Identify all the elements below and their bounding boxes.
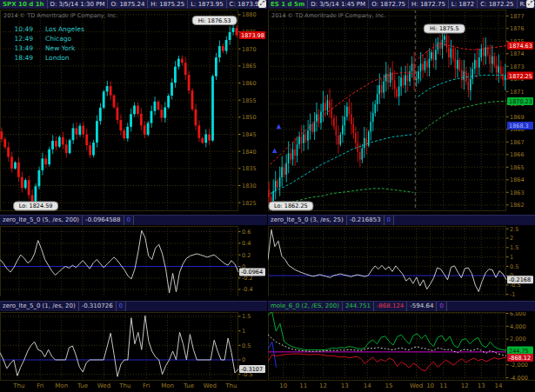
candle: [82, 126, 84, 135]
candle: [385, 74, 386, 82]
buy-arrow-marker: [277, 124, 282, 130]
candle: [218, 46, 221, 57]
high-field: H: 1875.25: [148, 0, 188, 9]
axis-tick-label: 4,000: [510, 322, 526, 329]
open-field: O: 1872.75: [369, 0, 409, 9]
candle: [477, 60, 478, 68]
zero-lte-plot: [0, 230, 238, 293]
candle: [208, 134, 211, 140]
study-label[interactable]: zero_lte_5_0 (5, /es, 200): [0, 216, 83, 225]
candle: [201, 138, 204, 143]
es-chart-header: ES 1 d 5m D: 3/5/14 1:45 PM O: 1872.75 H…: [268, 0, 535, 10]
candle: [359, 152, 360, 160]
zero-lte-plot: [0, 316, 238, 376]
maximize-icon[interactable]: ⤢: [258, 0, 266, 8]
spx-study2-chart-svg[interactable]: 1.510.50-0.5-0.3107: [0, 312, 267, 380]
candle: [204, 134, 207, 143]
time-axis-label: 10: [279, 382, 287, 389]
candle: [314, 122, 315, 132]
study-label[interactable]: zero_lte_5_0 (3, /es, 25): [268, 216, 347, 225]
axis-tick-label: 1866: [510, 151, 525, 158]
time-axis-label: Thu: [225, 382, 237, 389]
axis-tick-label: 1864: [510, 176, 525, 183]
candle: [89, 145, 91, 155]
candle: [481, 49, 482, 57]
axis-tick-label: 1: [242, 328, 245, 335]
study-value: -0.0964588: [83, 216, 124, 225]
es-price-chart-svg[interactable]: 1877187618751874187318721871187018691868…: [268, 10, 535, 211]
candle: [438, 43, 438, 50]
study-value: -0.310726: [79, 302, 117, 311]
candle: [181, 58, 184, 63]
candle: [455, 58, 456, 69]
candle: [222, 46, 224, 51]
candle: [375, 104, 376, 113]
es-study2-chart-svg[interactable]: 6,0004,0002,000-2,000-4,000244.75-868.12: [268, 312, 535, 380]
time-axis-label: Fri: [37, 382, 43, 389]
candle: [298, 136, 299, 144]
candle: [144, 125, 146, 135]
study-label[interactable]: mole_6_0 (2, /ES, 200): [268, 302, 343, 311]
axis-tick-label: -4,000: [510, 375, 528, 381]
candle: [137, 105, 139, 113]
candle: [167, 96, 170, 107]
candle: [160, 110, 163, 117]
candle: [411, 63, 412, 71]
candle: [197, 125, 200, 138]
axis-tick-label: -2,000: [510, 362, 528, 369]
range-field: R: 1.3: [266, 0, 267, 9]
candle: [400, 77, 401, 86]
svg-text:1874.63: 1874.63: [509, 43, 532, 50]
time-axis-label: Wed: [204, 382, 217, 389]
study-zero-plot-label: 0: [437, 302, 446, 311]
axis-tick-label: 1855: [242, 96, 257, 103]
candle: [268, 189, 269, 197]
candle: [7, 147, 10, 156]
spx-study2-header: zero_lte_5_0 (1, /es, 20) -0.310726 0: [0, 301, 267, 312]
es-study1-header: zero_lte_5_0 (3, /es, 25) -0.216853 0: [268, 215, 535, 226]
candle: [396, 89, 397, 96]
study-label[interactable]: zero_lte_5_0 (1, /es, 20): [0, 302, 79, 311]
study-zero-plot-label: 0: [117, 302, 126, 311]
time-axis-label: Wed: [97, 382, 110, 389]
vwap-upper-day1: [271, 72, 413, 164]
axis-tick-label: 1840: [242, 148, 257, 155]
es-study1-chart-svg[interactable]: 2.521.510.50-0.5-1-0.2168: [268, 226, 535, 296]
candle: [38, 170, 41, 187]
axis-tick-label: 1865: [242, 63, 257, 70]
symbol-timeframe-label[interactable]: SPX 10 d 1h: [0, 0, 48, 9]
time-axis-label: Thu: [13, 382, 24, 389]
clock-row: 18:49London: [10, 53, 84, 63]
candle: [478, 57, 479, 68]
axis-tick-label: 1850: [242, 114, 257, 121]
candle: [464, 71, 465, 80]
study-zero-plot-label: 0: [385, 216, 394, 225]
axis-tick-label: 1825: [242, 199, 257, 206]
es-study2-header: mole_6_0 (2, /ES, 200) 244.751 -868.124 …: [268, 301, 535, 312]
axis-tick-label: 1: [510, 253, 513, 260]
candle: [3, 139, 6, 147]
spx-study1-header: zero_lte_5_0 (5, /es, 200) -0.0964588 0: [0, 215, 267, 226]
clock-row: 13:49New York: [10, 43, 84, 53]
candle: [490, 55, 491, 63]
spx-study1-chart-svg[interactable]: 0.60.40.20-0.2-0.4-0.0964: [0, 226, 267, 296]
candle: [174, 67, 177, 83]
axis-tick-label: 0.5: [510, 262, 518, 269]
maximize-icon[interactable]: ⤢: [526, 0, 534, 8]
mole-average: [268, 335, 506, 355]
time-axis-label: Wed: [410, 382, 423, 389]
symbol-timeframe-label[interactable]: ES 1 d 5m: [268, 0, 308, 9]
axis-tick-label: 1845: [242, 131, 257, 138]
spx-chart-panel: SPX 10 d 1h D: 3/5/14 1:30 PM O: 1875.24…: [0, 0, 267, 392]
time-axis-label: Mon: [55, 382, 68, 389]
axis-tick-label: -0.4: [242, 286, 253, 293]
axis-tick-label: 0.5: [242, 342, 251, 349]
axis-tick-label: 1867: [510, 138, 525, 145]
candle: [468, 82, 469, 90]
candle: [232, 28, 235, 32]
candle: [461, 70, 462, 80]
time-axis-label: 11: [299, 382, 307, 389]
candle: [285, 163, 286, 175]
candle: [349, 107, 350, 115]
candle: [448, 47, 449, 57]
